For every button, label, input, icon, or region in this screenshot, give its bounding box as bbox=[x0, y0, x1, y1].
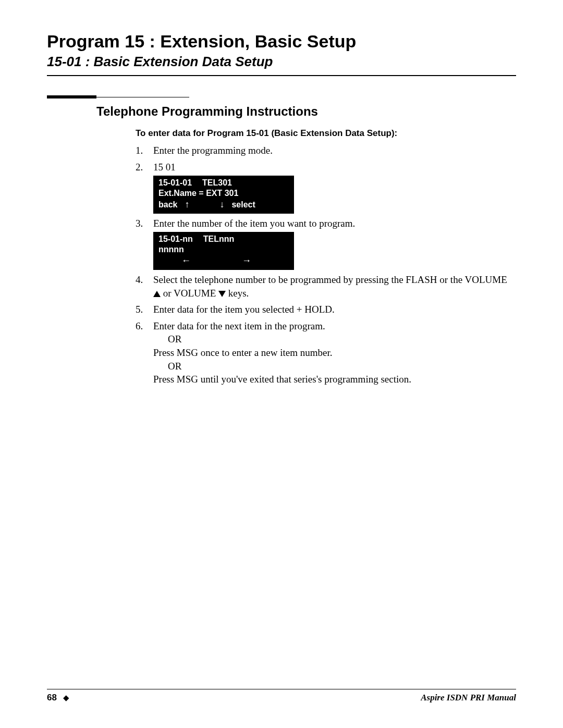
step-2: 2. 15 01 15-01-01 TEL301 Ext.Name = EXT … bbox=[136, 161, 516, 214]
step-line: Press MSG once to enter a new item numbe… bbox=[153, 347, 333, 358]
lcd-row: nnnnn bbox=[158, 244, 289, 255]
lcd-back-label: back bbox=[158, 200, 177, 210]
lcd-code: 15-01-nn bbox=[158, 234, 193, 244]
step-body: Enter the number of the item you want to… bbox=[153, 217, 516, 270]
step-line: Enter data for the next item in the prog… bbox=[153, 320, 325, 331]
arrow-down-icon: ↓ bbox=[219, 199, 224, 211]
page-number: 68 bbox=[47, 693, 57, 702]
thick-rule bbox=[47, 95, 96, 98]
lcd-code: 15-01-01 bbox=[158, 178, 192, 188]
step-or: OR bbox=[153, 361, 181, 372]
step-number: 6. bbox=[136, 319, 153, 386]
triangle-up-icon bbox=[153, 291, 161, 297]
step-1: 1. Enter the programming mode. bbox=[136, 144, 516, 157]
arrow-left-icon: ← bbox=[181, 255, 191, 267]
thin-rule bbox=[95, 97, 189, 98]
step-text: Enter data for the item you selected + H… bbox=[153, 303, 516, 316]
step-number: 4. bbox=[136, 273, 153, 300]
step-3: 3. Enter the number of the item you want… bbox=[136, 217, 516, 270]
lcd-tel: TELnnn bbox=[203, 234, 235, 244]
lcd-extname: Ext.Name = EXT 301 bbox=[158, 188, 238, 199]
step-or: OR bbox=[153, 334, 181, 344]
footer-left: 68 ◆ bbox=[47, 693, 69, 703]
diamond-icon: ◆ bbox=[63, 694, 69, 702]
lcd-row: Ext.Name = EXT 301 bbox=[158, 188, 289, 199]
page: Program 15 : Extension, Basic Setup 15-0… bbox=[0, 0, 563, 728]
lcd-row: ← → bbox=[158, 255, 289, 267]
step-5: 5. Enter data for the item you selected … bbox=[136, 303, 516, 316]
lcd-row: back ↑ ↓ select bbox=[158, 199, 289, 211]
lcd-display-1: 15-01-01 TEL301 Ext.Name = EXT 301 back … bbox=[153, 176, 294, 214]
step-text-a: Select the telephone number to be progra… bbox=[153, 274, 507, 285]
step-body: 15 01 15-01-01 TEL301 Ext.Name = EXT 301… bbox=[153, 161, 516, 214]
step-number: 1. bbox=[136, 144, 153, 157]
step-6: 6. Enter data for the next item in the p… bbox=[136, 319, 516, 386]
divider bbox=[47, 75, 516, 76]
footer: 68 ◆ Aspire ISDN PRI Manual bbox=[47, 689, 516, 703]
lcd-tel: TEL301 bbox=[202, 178, 232, 188]
step-body: Enter data for the next item in the prog… bbox=[153, 319, 516, 386]
section-title: Telephone Programming Instructions bbox=[47, 104, 516, 119]
arrow-right-icon: → bbox=[242, 255, 251, 267]
step-text-b: or VOLUME bbox=[161, 288, 218, 299]
step-text: Enter the number of the item you want to… bbox=[153, 218, 355, 229]
lcd-select-label: select bbox=[231, 200, 255, 210]
step-text-c: keys. bbox=[226, 288, 249, 299]
section-intro: To enter data for Program 15-01 (Basic E… bbox=[47, 128, 516, 139]
step-text: Enter the programming mode. bbox=[153, 144, 516, 157]
page-title: Program 15 : Extension, Basic Setup bbox=[47, 31, 516, 52]
lcd-row: 15-01-01 TEL301 bbox=[158, 178, 289, 188]
lcd-display-2: 15-01-nn TELnnn nnnnn ← → bbox=[153, 232, 294, 270]
step-body: Select the telephone number to be progra… bbox=[153, 273, 516, 300]
steps-list: 1. Enter the programming mode. 2. 15 01 … bbox=[47, 144, 516, 386]
lcd-row: 15-01-nn TELnnn bbox=[158, 234, 289, 244]
step-number: 5. bbox=[136, 303, 153, 316]
step-line: Press MSG until you've exited that serie… bbox=[153, 374, 411, 385]
step-number: 2. bbox=[136, 161, 153, 214]
manual-name: Aspire ISDN PRI Manual bbox=[421, 693, 516, 703]
arrow-up-icon: ↑ bbox=[185, 199, 189, 211]
triangle-down-icon bbox=[218, 291, 226, 297]
step-4: 4. Select the telephone number to be pro… bbox=[136, 273, 516, 300]
step-text: 15 01 bbox=[153, 162, 176, 172]
step-number: 3. bbox=[136, 217, 153, 270]
page-subtitle: 15-01 : Basic Extension Data Setup bbox=[47, 54, 516, 70]
section-rule bbox=[47, 92, 516, 101]
lcd-value: nnnnn bbox=[158, 244, 184, 255]
